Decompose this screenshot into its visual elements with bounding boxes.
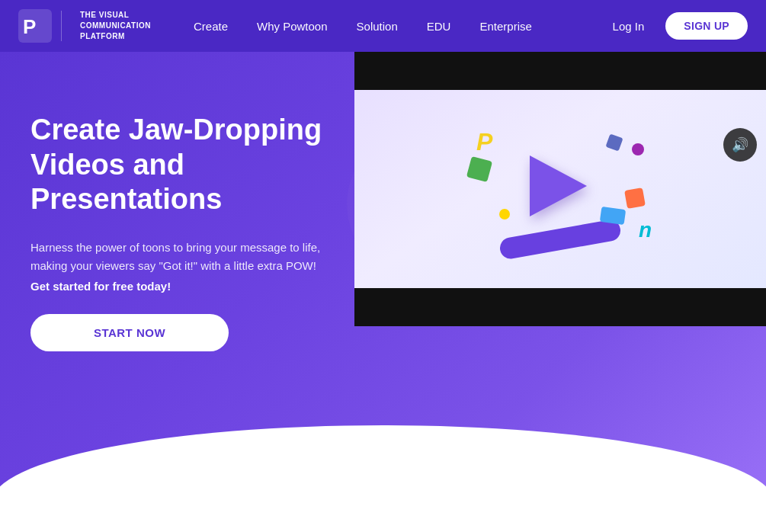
shape-play-triangle (530, 155, 591, 216)
hero-cta-text: Get started for free today! (30, 280, 351, 293)
hero-section: Create Jaw-Dropping Videos and Presentat… (0, 52, 766, 532)
shape-orange-cube (624, 187, 646, 209)
shape-yellow-dot (499, 209, 510, 220)
header-actions: Log In SIGN UP (604, 12, 748, 40)
signup-button[interactable]: SIGN UP (665, 12, 748, 40)
shape-toon-blue (600, 207, 626, 225)
shape-blue-small (605, 133, 623, 151)
shapes-container: P n (454, 113, 667, 265)
svg-text:P: P (23, 15, 36, 38)
video-bar-top (354, 52, 766, 90)
shape-purple-dot (632, 143, 644, 155)
nav-item-edu[interactable]: EDU (415, 14, 463, 39)
nav-item-create[interactable]: Create (181, 14, 240, 39)
shape-cyan-n: n (639, 218, 652, 242)
nav-item-enterprise[interactable]: Enterprise (467, 14, 543, 39)
sound-icon: 🔊 (732, 136, 748, 153)
logo-tagline: THE VISUAL COMMUNICATION PLATFORM (80, 10, 151, 42)
video-bar-bottom (354, 288, 766, 326)
hero-video-area: P n (354, 52, 766, 326)
hero-content: Create Jaw-Dropping Videos and Presentat… (30, 98, 351, 351)
video-main-content: P n (354, 90, 766, 288)
logo-area[interactable]: P THE VISUAL COMMUNICATION PLATFORM (18, 9, 151, 43)
login-button[interactable]: Log In (604, 14, 654, 39)
start-now-button[interactable]: START NOW (30, 314, 229, 351)
shape-yellow-p: P (476, 128, 492, 156)
main-header: P THE VISUAL COMMUNICATION PLATFORM Crea… (0, 0, 766, 52)
hero-title: Create Jaw-Dropping Videos and Presentat… (30, 113, 351, 217)
main-nav: Create Why Powtoon Solution EDU Enterpri… (181, 14, 604, 39)
logo-divider (61, 11, 62, 41)
sound-button[interactable]: 🔊 (723, 128, 757, 162)
powtoon-logo-icon: P (18, 9, 52, 43)
shape-purple-bar (498, 218, 622, 260)
hero-description: Harness the power of toons to bring your… (30, 239, 351, 275)
nav-item-solution[interactable]: Solution (345, 14, 410, 39)
nav-item-why-powtoon[interactable]: Why Powtoon (245, 14, 340, 39)
shape-green-cube (466, 156, 492, 182)
